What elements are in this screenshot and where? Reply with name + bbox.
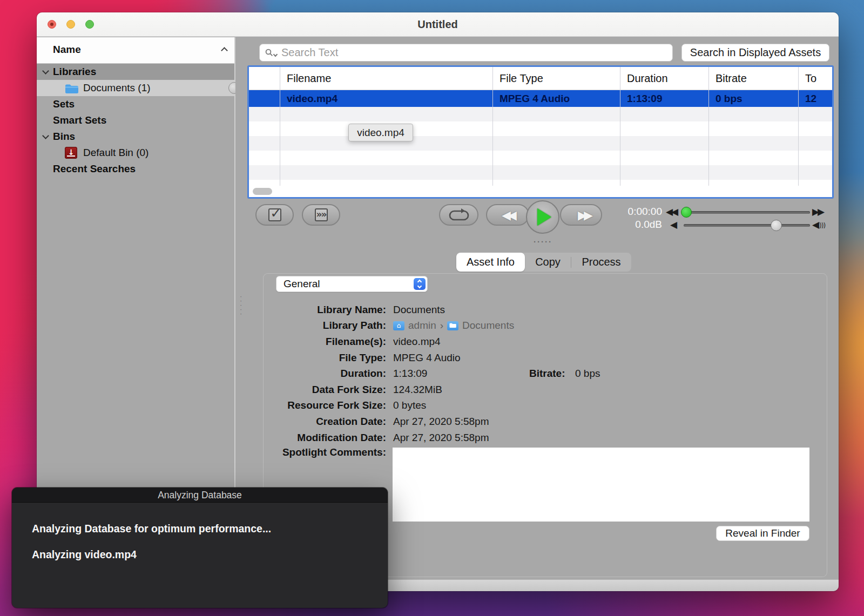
category-select-value: General bbox=[284, 276, 320, 292]
cell-filename: video.mp4 bbox=[280, 90, 492, 107]
volume-knob[interactable] bbox=[771, 220, 782, 231]
table-row-selected[interactable]: video.mp4 MPEG 4 Audio 1:13:09 0 bps 12 bbox=[249, 90, 832, 107]
field-label: Creation Date: bbox=[266, 416, 386, 428]
bin-icon: ↓ bbox=[65, 147, 77, 159]
field-label: Duration: bbox=[266, 368, 386, 380]
table-header-filename[interactable]: Filename bbox=[280, 67, 492, 90]
volume-mute-icon[interactable]: ◀ bbox=[670, 219, 677, 230]
table-row bbox=[249, 107, 832, 121]
path-separator: › bbox=[440, 320, 443, 331]
play-icon bbox=[537, 208, 551, 226]
folder-icon[interactable] bbox=[447, 321, 458, 330]
window-title: Untitled bbox=[37, 12, 839, 37]
volume-label: 0.0dB bbox=[592, 219, 662, 231]
field-filenames: Filename(s): video.mp4 bbox=[266, 334, 817, 350]
field-library-name: Library Name: Documents bbox=[266, 302, 817, 318]
category-select[interactable]: General bbox=[276, 276, 428, 292]
volume-max-icon[interactable]: ◀))) bbox=[812, 219, 825, 230]
seek-forward-icon[interactable]: ▶▶ bbox=[812, 206, 823, 217]
volume-slider[interactable] bbox=[684, 224, 810, 227]
table-row bbox=[249, 121, 832, 136]
field-library-path: Library Path: ⌂ admin › Documents bbox=[266, 318, 817, 334]
chevron-down-icon[interactable] bbox=[42, 132, 49, 139]
field-label: Filename(s): bbox=[266, 336, 386, 348]
table-row bbox=[249, 136, 832, 151]
cell-to: 12 bbox=[798, 90, 832, 107]
chevron-down-icon[interactable] bbox=[42, 67, 49, 75]
sidebar-item-label: Documents (1) bbox=[83, 80, 151, 96]
spotlight-comments-input[interactable] bbox=[393, 448, 809, 522]
desktop-wallpaper: Untitled Name Libraries Documents (1) bbox=[0, 0, 864, 616]
search-in-displayed-assets-button[interactable]: Search in Displayed Assets bbox=[681, 44, 829, 62]
field-label: Library Path: bbox=[266, 320, 386, 331]
rewind-icon: ◀◀ bbox=[502, 208, 514, 222]
sort-ascending-icon[interactable] bbox=[221, 47, 228, 54]
play-button[interactable] bbox=[526, 200, 559, 234]
scrollbar-thumb[interactable] bbox=[253, 188, 272, 195]
batch-process-button[interactable]: »» bbox=[302, 204, 340, 226]
seek-back-icon[interactable]: ◀◀ bbox=[666, 206, 677, 217]
panel-drag-handle[interactable]: ····· bbox=[534, 237, 552, 246]
search-input[interactable] bbox=[281, 46, 672, 59]
table-header-duration[interactable]: Duration bbox=[620, 67, 708, 90]
sidebar-item-sets[interactable]: Sets bbox=[37, 96, 234, 112]
reveal-in-finder-button[interactable]: Reveal in Finder bbox=[716, 526, 809, 541]
dialog-status-line: Analyzing video.mp4 bbox=[32, 549, 137, 561]
seek-knob[interactable] bbox=[681, 207, 692, 218]
sidebar-item-label: Sets bbox=[53, 96, 75, 112]
table-header-status[interactable] bbox=[249, 67, 280, 90]
field-label: Spotlight Comments: bbox=[266, 445, 386, 458]
table-header-file-type[interactable]: File Type bbox=[492, 67, 620, 90]
home-icon[interactable]: ⌂ bbox=[393, 321, 404, 330]
rewind-button[interactable]: ◀◀ bbox=[486, 204, 529, 226]
sidebar-item-label: Default Bin (0) bbox=[83, 145, 148, 161]
field-value: 124.32MiB bbox=[393, 384, 442, 396]
table-row bbox=[249, 165, 832, 180]
sidebar-name-header[interactable]: Name bbox=[37, 37, 234, 64]
sidebar-item-documents[interactable]: Documents (1) bbox=[37, 80, 234, 96]
popup-chevrons-icon bbox=[414, 278, 426, 290]
search-field[interactable] bbox=[259, 44, 673, 62]
path-segment-home[interactable]: admin bbox=[408, 320, 436, 331]
sidebar-item-libraries[interactable]: Libraries bbox=[37, 64, 234, 80]
table-header-bitrate[interactable]: Bitrate bbox=[708, 67, 798, 90]
title-bar[interactable]: Untitled bbox=[37, 12, 839, 37]
splitter-drag-handle[interactable]: ····· bbox=[240, 294, 244, 316]
field-value: video.mp4 bbox=[393, 336, 441, 348]
search-icon bbox=[265, 49, 273, 57]
field-creation-date: Creation Date: Apr 27, 2020 5:58pm bbox=[266, 414, 817, 430]
sidebar-item-label: Recent Searches bbox=[53, 161, 136, 177]
table-header-to[interactable]: To bbox=[798, 67, 832, 90]
sidebar-item-default-bin[interactable]: ↓ Default Bin (0) bbox=[37, 145, 234, 161]
sidebar-item-bins[interactable]: Bins bbox=[37, 128, 234, 145]
search-options-chevron-icon[interactable] bbox=[273, 52, 278, 56]
field-resource-fork-size: Resource Fork Size: 0 bytes bbox=[266, 398, 817, 414]
sidebar-item-label: Bins bbox=[53, 128, 75, 145]
sidebar-item-smart-sets[interactable]: Smart Sets bbox=[37, 112, 234, 128]
sidebar-item-label: Smart Sets bbox=[53, 112, 106, 128]
sidebar-header-label: Name bbox=[53, 44, 81, 56]
asset-table: Filename File Type Duration Bitrate To v… bbox=[247, 65, 834, 199]
mark-checkbox-button[interactable]: ✓ bbox=[255, 204, 294, 226]
tab-asset-info[interactable]: Asset Info bbox=[456, 253, 525, 272]
analyzing-database-dialog: Analyzing Database Analyzing Database fo… bbox=[12, 488, 388, 608]
sidebar-item-label: Libraries bbox=[53, 64, 96, 80]
field-label: Modification Date: bbox=[266, 432, 386, 444]
tab-process[interactable]: Process bbox=[571, 253, 631, 272]
loop-button[interactable] bbox=[439, 204, 478, 226]
tab-copy[interactable]: Copy bbox=[525, 253, 571, 272]
horizontal-scrollbar[interactable] bbox=[249, 186, 832, 197]
field-label: Library Name: bbox=[266, 304, 386, 316]
field-label: File Type: bbox=[266, 352, 386, 364]
table-row bbox=[249, 151, 832, 165]
cell-duration: 1:13:09 bbox=[620, 90, 708, 107]
dialog-title: Analyzing Database bbox=[12, 488, 388, 503]
field-label: Resource Fork Size: bbox=[266, 400, 386, 411]
table-header-row: Filename File Type Duration Bitrate To bbox=[249, 67, 832, 90]
asset-fields: Library Name: Documents Library Path: ⌂ … bbox=[266, 302, 817, 458]
checkbox-icon: ✓ bbox=[268, 208, 281, 221]
path-segment-folder[interactable]: Documents bbox=[462, 320, 514, 331]
seek-slider[interactable] bbox=[684, 211, 810, 214]
sidebar-item-recent-searches[interactable]: Recent Searches bbox=[37, 161, 234, 177]
fast-forward-icon: ▶▶ bbox=[578, 208, 590, 222]
